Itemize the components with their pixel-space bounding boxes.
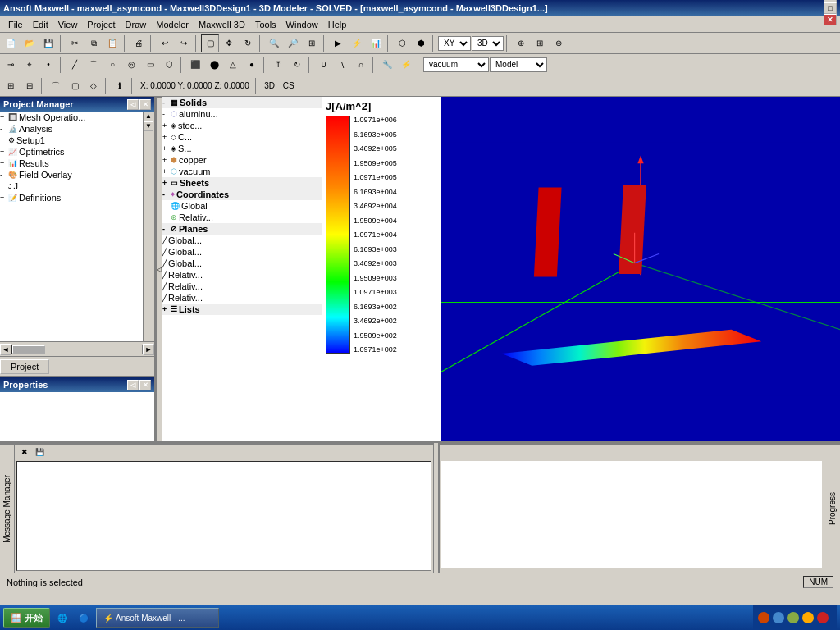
msg-save-btn[interactable]: 💾 [33,446,46,458]
tb2-assign-src[interactable]: ⚡ [397,56,415,74]
tb3-snap-face[interactable]: ▢ [66,77,84,95]
tree-sheets[interactable]: + ▭ Sheets [162,177,322,189]
scroll-down-btn[interactable]: ▼ [144,121,153,131]
tree-results[interactable]: + 📊 Results [0,158,143,169]
tb3-rel[interactable]: ⊟ [21,77,39,95]
tb3-view-3d[interactable]: 3D [261,77,279,95]
start-button[interactable]: 🪟 开始 [3,608,50,628]
scroll-right-btn[interactable]: ► [143,344,154,355]
pm-close-button[interactable]: ✕ [139,99,151,110]
tb3-set-cs[interactable]: CS [280,77,298,95]
props-pin-button[interactable]: ◁ [127,380,139,390]
tree-analysis[interactable]: - 🔬 Analysis [0,123,143,135]
tb2-polygon[interactable]: ⬡ [160,56,178,74]
tree-relativ2[interactable]: ╱ Relativ... [162,281,322,292]
tree-j[interactable]: J J [0,180,143,192]
tb2-rect[interactable]: ▭ [141,56,159,74]
tree-globalxz[interactable]: ╱ Global... [162,246,322,258]
tb-axes[interactable]: ⊛ [550,34,568,52]
tb2-line[interactable]: ╱ [66,56,84,74]
tb2-coord[interactable]: ⌖ [21,56,39,74]
tray-icon4[interactable] [802,612,814,623]
props-close-button[interactable]: ✕ [139,380,151,390]
tree-aluminum[interactable]: - ⬡ aluminu... [162,108,322,120]
tb-undo[interactable]: ↩ [156,34,174,52]
tree-stoc[interactable]: + ◈ stoc... [162,120,322,131]
3d-viewport[interactable] [441,97,840,441]
tb-render-wire[interactable]: ⬡ [393,34,411,52]
taskbar-maxwell-item[interactable]: ⚡ Ansoft Maxwell - ... [96,608,219,628]
tb-snap[interactable]: ⊕ [512,34,530,52]
tb2-cyl[interactable]: ⬤ [205,56,223,74]
tb2-point[interactable]: • [39,56,57,74]
panel-collapse-handle[interactable]: ◁ [156,97,162,441]
taskbar-ie-icon[interactable]: 🌐 [53,609,71,627]
tb2-intersect[interactable]: ∩ [352,56,370,74]
tree-copper[interactable]: + ⬢ copper [162,154,322,166]
tb-zoom-fit[interactable]: ⊞ [303,34,321,52]
menu-draw[interactable]: Draw [121,18,152,31]
tb3-info[interactable]: ℹ [111,77,129,95]
scroll-left-btn[interactable]: ◄ [0,344,11,355]
model-select[interactable]: ModelNonModel [490,57,547,72]
tree-optimetrics[interactable]: + 📈 Optimetrics [0,146,143,158]
menu-project[interactable]: Project [82,18,120,31]
scrollbar-right[interactable]: ▲ ▼ [143,112,154,341]
menu-maxwell3d[interactable]: Maxwell 3D [194,18,250,31]
menu-window[interactable]: Window [281,18,323,31]
tree-definitions[interactable]: + 📝 Definitions [0,192,143,203]
view-mode-select[interactable]: 3D2D [472,36,504,51]
tb-paste[interactable]: 📋 [103,34,121,52]
tree-planes[interactable]: - ⊘ Planes [162,223,322,235]
tb-select[interactable]: ▢ [201,34,219,52]
tb3-abs[interactable]: ⊞ [2,77,20,95]
view-plane-select[interactable]: XYXZYZ [438,36,471,51]
tb2-union[interactable]: ∪ [314,56,332,74]
tb3-snap-edge[interactable]: ⌒ [47,77,65,95]
tb-results[interactable]: 📊 [367,34,385,52]
tree-relativ3[interactable]: ╱ Relativ... [162,292,322,304]
close-button[interactable]: ✕ [824,14,837,25]
tb2-cone[interactable]: △ [224,56,242,74]
tb2-ellipse[interactable]: ◎ [122,56,140,74]
tb-rotate[interactable]: ↻ [239,34,257,52]
tb-new[interactable]: 📄 [2,34,20,52]
tray-icon5[interactable] [817,612,829,623]
pm-pin-button[interactable]: ◁ [127,99,139,110]
tb-copy[interactable]: ⧉ [84,34,103,52]
tree-setup1[interactable]: ⚙ Setup1 [0,135,143,146]
menu-edit[interactable]: Edit [28,18,53,31]
material-select[interactable]: vacuumcopperaluminum [423,57,489,72]
menu-modeler[interactable]: Modeler [151,18,194,31]
menu-tools[interactable]: Tools [250,18,281,31]
tree-c[interactable]: + ◇ C... [162,131,322,143]
h-scroll-track[interactable] [11,345,143,354]
tree-globalyz[interactable]: ╱ Global... [162,258,322,269]
tb-analyze[interactable]: ⚡ [348,34,366,52]
project-tab[interactable]: Project [0,359,49,374]
tb2-box[interactable]: ⬛ [186,56,204,74]
msg-clear-btn[interactable]: ✖ [18,446,31,458]
taskbar-ie2-icon[interactable]: 🔵 [75,609,93,627]
tb3-snap-vertex[interactable]: ◇ [84,77,103,95]
h-scroll-thumb[interactable] [12,345,45,354]
tree-mesh-operations[interactable]: + 🔲 Mesh Operatio... [0,112,143,123]
tb-move[interactable]: ✥ [220,34,238,52]
menu-file[interactable]: File [3,18,28,31]
tb2-extrude[interactable]: ⤒ [269,56,287,74]
tree-relativ-cs[interactable]: ⊛ Relativ... [162,212,322,223]
tb2-circle[interactable]: ○ [103,56,121,74]
tb2-subtract[interactable]: ∖ [333,56,351,74]
tb-cut[interactable]: ✂ [66,34,84,52]
tb-save[interactable]: 💾 [39,34,57,52]
menu-view[interactable]: View [53,18,83,31]
tree-solids[interactable]: - ▦ Solids [162,97,322,108]
tb2-measure[interactable]: ⊸ [2,56,20,74]
tb-grid[interactable]: ⊞ [531,34,549,52]
tb-zoom-in[interactable]: 🔍 [265,34,283,52]
tb-open[interactable]: 📂 [21,34,39,52]
tb-simulate[interactable]: ▶ [329,34,347,52]
tb2-assign-bc[interactable]: 🔧 [378,56,396,74]
tb-zoom-out[interactable]: 🔎 [284,34,302,52]
tree-vacuum[interactable]: + ⬡ vacuum [162,166,322,177]
